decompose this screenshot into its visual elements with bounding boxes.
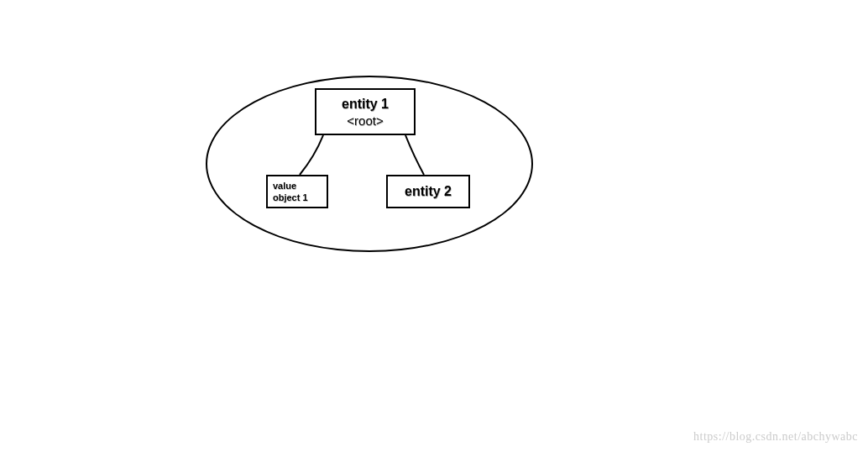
entity-root-box: entity 1 <root> [315, 88, 416, 135]
value-object-line2: object 1 [273, 192, 308, 203]
value-object-box: value object 1 [266, 175, 328, 208]
value-object-line1: value [273, 180, 296, 192]
aggregate-diagram: entity 1 <root> value object 1 entity 2 [206, 76, 533, 252]
entity-root-title: entity 1 [342, 97, 389, 112]
entity2-title: entity 2 [405, 184, 452, 199]
entity-root-subtitle: <root> [347, 113, 383, 128]
entity2-box: entity 2 [386, 175, 470, 208]
watermark-text: https://blog.csdn.net/abchywabc [693, 430, 858, 444]
